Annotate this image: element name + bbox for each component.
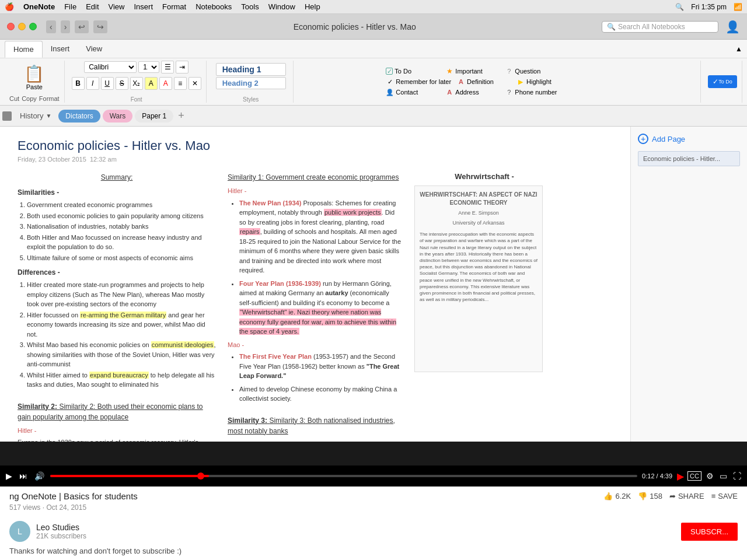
tab-paper1[interactable]: Paper 1 <box>135 110 173 123</box>
page-item[interactable]: Economic policies - Hitler... <box>638 151 740 166</box>
tab-wars[interactable]: Wars <box>103 110 133 123</box>
channel-avatar[interactable]: L <box>9 521 30 542</box>
subscript-button[interactable]: X₂ <box>130 77 143 90</box>
list-item: Hitler created more state-run programmes… <box>27 280 216 309</box>
italic-button[interactable]: I <box>86 77 99 90</box>
menu-view[interactable]: View <box>109 2 125 11</box>
remember-tag[interactable]: ✓ Remember for later <box>383 77 453 86</box>
menu-format[interactable]: Format <box>162 2 186 11</box>
settings-button[interactable]: ⚙ <box>705 470 715 482</box>
user-icon[interactable]: 👤 <box>725 20 740 34</box>
tab-home[interactable]: Home <box>5 41 43 58</box>
save-button[interactable]: ≡ SAVE <box>711 492 738 501</box>
dislike-button[interactable]: 👎 158 <box>638 492 662 501</box>
contact-tag[interactable]: 👤 Contact <box>383 88 442 97</box>
question-tag[interactable]: ? Question <box>502 66 561 76</box>
sim1-mao-label: Mao - <box>228 340 403 350</box>
menu-tools[interactable]: Tools <box>241 2 259 11</box>
maximize-button[interactable] <box>29 23 37 30</box>
cc-button[interactable]: CC <box>687 471 701 481</box>
menu-bar: 🍎 OneNote File Edit View Insert Format N… <box>0 0 747 14</box>
menu-edit[interactable]: Edit <box>86 2 99 11</box>
similarities-heading: Similarities - <box>18 187 216 198</box>
highlight-button[interactable]: A <box>145 77 158 90</box>
important-tag[interactable]: ★ Important <box>443 66 501 76</box>
avatar-initial: L <box>18 527 22 536</box>
contact-icon: 👤 <box>386 88 394 96</box>
menu-help[interactable]: Help <box>305 2 320 11</box>
back-button[interactable]: ‹ <box>46 20 56 33</box>
add-page-label: Add Page <box>652 135 685 144</box>
youtube-button[interactable]: ▶ <box>677 471 684 482</box>
channel-row: L Leo Studies 21K subscribers SUBSCR... <box>0 516 747 547</box>
menu-notebooks[interactable]: Notebooks <box>196 2 232 11</box>
minimize-button[interactable] <box>18 23 26 30</box>
title-bar: ‹ › ↩ ↪ Economic policies - Hitler vs. M… <box>0 14 747 40</box>
fullscreen-button[interactable]: ⛶ <box>732 470 742 482</box>
progress-bar[interactable] <box>50 475 637 477</box>
highlight-tag[interactable]: ▶ Highlight <box>514 77 573 86</box>
save-label: SAVE <box>718 492 738 501</box>
tab-insert[interactable]: Insert <box>43 41 78 57</box>
format-row: B I U S X₂ A A ≡ ✕ <box>72 77 201 90</box>
format-button[interactable]: Format <box>39 95 60 102</box>
subscribe-button[interactable]: SUBSCR... <box>681 523 738 541</box>
todo-button[interactable]: ✓ To Do <box>708 75 737 88</box>
font-color-button[interactable]: A <box>159 77 172 90</box>
paste-button[interactable]: 📋 Paste <box>22 62 47 93</box>
font-group-label: Font <box>131 96 142 103</box>
sim1-hitler-label: Hitler - <box>228 186 403 196</box>
first-five-year: The First Five Year Plan <box>239 353 312 360</box>
tab-dictators[interactable]: Dictators <box>58 110 100 123</box>
heading2-style[interactable]: Heading 2 <box>216 77 286 89</box>
menu-window[interactable]: Window <box>268 2 295 11</box>
underline-button[interactable]: U <box>101 77 114 90</box>
heading-styles: Heading 1 Heading 2 <box>214 61 288 92</box>
forward-button[interactable]: › <box>61 20 71 33</box>
align-button[interactable]: ≡ <box>174 77 187 90</box>
copy-button[interactable]: Copy <box>22 95 37 102</box>
highlight-tag-label: Highlight <box>526 78 551 85</box>
strikethrough-button[interactable]: S <box>116 77 128 90</box>
font-group: Calibri 11 ☰ ⇥ B I U S X₂ A A ≡ ✕ Font <box>67 61 207 103</box>
expand-ribbon[interactable]: ▲ <box>735 45 742 53</box>
volume-button[interactable]: 🔊 <box>33 470 46 482</box>
todo-tag[interactable]: ✓ To Do <box>383 66 442 76</box>
list-item: Government created economic programmes <box>27 200 216 210</box>
menu-file[interactable]: File <box>64 2 76 11</box>
notebook-name[interactable]: History ▼ <box>15 109 56 123</box>
document-column: Wehrwirtschaft - WEHRWIRTSCHAFT: AN ASPE… <box>414 172 554 442</box>
address-tag[interactable]: A Address <box>443 88 501 97</box>
menu-insert[interactable]: Insert <box>134 2 153 11</box>
theater-button[interactable]: ▭ <box>718 470 728 482</box>
search-all-notebooks[interactable]: 🔍 Search All Notebooks <box>602 21 718 33</box>
add-tab-button[interactable]: + <box>176 110 187 122</box>
font-size-select[interactable]: 11 <box>138 61 159 73</box>
redo-button[interactable]: ↪ <box>93 20 107 33</box>
list-item: Four Year Plan (1936-1939) run by Herman… <box>239 279 403 337</box>
channel-name[interactable]: Leo Studies <box>36 523 675 532</box>
undo-button[interactable]: ↩ <box>75 20 89 33</box>
add-page-button[interactable]: + Add Page <box>638 134 685 144</box>
cut-button[interactable]: Cut <box>9 95 19 102</box>
differences-heading: Differences - <box>18 267 216 278</box>
indent-button[interactable]: ⇥ <box>176 61 189 74</box>
play-button[interactable]: ▶ <box>5 470 13 482</box>
apple-menu[interactable]: 🍎 <box>5 2 14 11</box>
font-family-select[interactable]: Calibri <box>84 61 137 73</box>
video-area: ▶ ⏭ 🔊 0:12 / 4:39 ▶ CC ⚙ ▭ ⛶ ng OneNote … <box>0 466 747 560</box>
heading1-style[interactable]: Heading 1 <box>216 63 286 76</box>
skip-button[interactable]: ⏭ <box>18 470 29 482</box>
list-style-button[interactable]: ☰ <box>161 61 174 74</box>
tab-view[interactable]: View <box>78 41 110 57</box>
like-button[interactable]: 👍 6.2K <box>603 492 631 501</box>
sim1-mao-bullets: The First Five Year Plan (1953-1957) and… <box>228 352 403 404</box>
clear-format-button[interactable]: ✕ <box>189 77 201 90</box>
traffic-lights <box>7 23 37 30</box>
close-button[interactable] <box>7 23 15 30</box>
share-button[interactable]: ➦ SHARE <box>669 492 704 501</box>
list-item: Hitler focussed on re-arming the German … <box>27 310 216 340</box>
phone-tag[interactable]: ? Phone number <box>502 88 561 97</box>
bold-button[interactable]: B <box>72 77 85 90</box>
definition-tag[interactable]: A Definition <box>455 77 513 86</box>
